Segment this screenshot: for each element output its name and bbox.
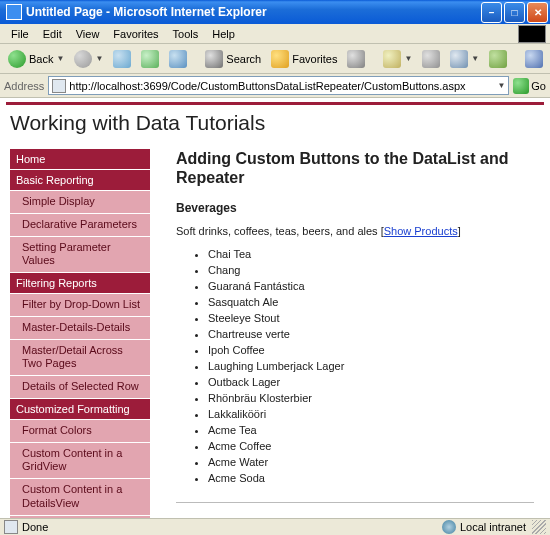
forward-icon bbox=[74, 50, 92, 68]
product-list-item: Acme Coffee bbox=[208, 439, 534, 455]
address-dropdown-icon[interactable]: ▼ bbox=[497, 81, 505, 90]
desc-text: Soft drinks, coffees, teas, beers, and a… bbox=[176, 225, 384, 237]
menu-view[interactable]: View bbox=[69, 26, 107, 42]
window-title: Untitled Page - Microsoft Internet Explo… bbox=[26, 5, 267, 19]
product-list-item: Rhönbräu Klosterbier bbox=[208, 391, 534, 407]
edit-dropdown-icon[interactable]: ▼ bbox=[471, 54, 479, 63]
sidebar-item[interactable]: Format Colors bbox=[10, 420, 150, 442]
close-button[interactable]: ✕ bbox=[527, 2, 548, 23]
back-label: Back bbox=[29, 53, 53, 65]
sidebar-item[interactable]: Details of Selected Row bbox=[10, 376, 150, 398]
favorites-icon bbox=[271, 50, 289, 68]
sidebar-item[interactable]: Declarative Parameters bbox=[10, 214, 150, 236]
print-button[interactable] bbox=[418, 48, 444, 70]
print-icon bbox=[422, 50, 440, 68]
sidebar-item[interactable]: Custom Content in a GridView bbox=[10, 443, 150, 479]
menu-help[interactable]: Help bbox=[205, 26, 242, 42]
address-input[interactable] bbox=[69, 80, 494, 92]
messenger-icon bbox=[489, 50, 507, 68]
titlebar: Untitled Page - Microsoft Internet Explo… bbox=[0, 0, 550, 24]
back-button[interactable]: Back▼ bbox=[4, 48, 68, 70]
sidebar-category[interactable]: Basic Reporting bbox=[10, 170, 150, 190]
sidebar-nav: HomeBasic ReportingSimple DisplayDeclara… bbox=[10, 149, 150, 518]
minimize-button[interactable]: – bbox=[481, 2, 502, 23]
sidebar-item[interactable]: Master-Details-Details bbox=[10, 317, 150, 339]
sidebar-category[interactable]: Customized Formatting bbox=[10, 399, 150, 419]
page-viewport: Working with Data Tutorials HomeBasic Re… bbox=[0, 98, 550, 518]
search-icon bbox=[205, 50, 223, 68]
favorites-button[interactable]: Favorites bbox=[267, 48, 341, 70]
product-list-item: Acme Soda bbox=[208, 471, 534, 487]
menu-tools[interactable]: Tools bbox=[166, 26, 206, 42]
status-page-icon bbox=[4, 520, 18, 534]
product-list-item: Sasquatch Ale bbox=[208, 295, 534, 311]
ie-throbber-icon bbox=[518, 25, 546, 43]
menu-favorites[interactable]: Favorites bbox=[106, 26, 165, 42]
product-list-item: Guaraná Fantástica bbox=[208, 279, 534, 295]
home-button[interactable] bbox=[165, 48, 191, 70]
toolbar: Back▼ ▼ Search Favorites ▼ ▼ bbox=[0, 44, 550, 74]
sidebar-item[interactable]: Filter by Drop-Down List bbox=[10, 294, 150, 316]
site-title: Working with Data Tutorials bbox=[0, 105, 550, 149]
messenger-button[interactable] bbox=[485, 48, 511, 70]
article-title: Adding Custom Buttons to the DataList an… bbox=[176, 149, 534, 187]
product-list-item: Acme Water bbox=[208, 455, 534, 471]
main-content: Adding Custom Buttons to the DataList an… bbox=[150, 149, 540, 518]
page-icon bbox=[52, 79, 66, 93]
show-products-link[interactable]: Show Products bbox=[384, 225, 458, 237]
product-list-item: Acme Tea bbox=[208, 423, 534, 439]
product-list-item: Laughing Lumberjack Lager bbox=[208, 359, 534, 375]
section-divider bbox=[176, 502, 534, 503]
sidebar-item[interactable]: Simple Display bbox=[10, 191, 150, 213]
go-button[interactable]: Go bbox=[513, 78, 546, 94]
sidebar-item[interactable]: Master/Detail Across Two Pages bbox=[10, 340, 150, 376]
resize-grip[interactable] bbox=[532, 520, 546, 534]
status-bar: Done Local intranet bbox=[0, 518, 550, 535]
search-button[interactable]: Search bbox=[201, 48, 265, 70]
go-icon bbox=[513, 78, 529, 94]
section-desc-beverages: Soft drinks, coffees, teas, beers, and a… bbox=[176, 225, 534, 237]
zone-icon bbox=[442, 520, 456, 534]
menubar: File Edit View Favorites Tools Help bbox=[0, 24, 550, 44]
history-button[interactable] bbox=[343, 48, 369, 70]
product-list-item: Chartreuse verte bbox=[208, 327, 534, 343]
product-list-item: Chang bbox=[208, 263, 534, 279]
address-field[interactable]: ▼ bbox=[48, 76, 509, 95]
home-icon bbox=[169, 50, 187, 68]
back-icon bbox=[8, 50, 26, 68]
zone-text: Local intranet bbox=[460, 521, 526, 533]
menu-file[interactable]: File bbox=[4, 26, 36, 42]
stop-icon bbox=[113, 50, 131, 68]
product-list-beverages: Chai TeaChangGuaraná FantásticaSasquatch… bbox=[208, 247, 534, 486]
section-heading-beverages: Beverages bbox=[176, 201, 534, 215]
sidebar-category[interactable]: Home bbox=[10, 149, 150, 169]
product-list-item: Lakkalikööri bbox=[208, 407, 534, 423]
sidebar-item[interactable]: Setting Parameter Values bbox=[10, 237, 150, 273]
product-list-item: Ipoh Coffee bbox=[208, 343, 534, 359]
ie-app-icon bbox=[6, 4, 22, 20]
edit-button[interactable]: ▼ bbox=[446, 48, 483, 70]
refresh-button[interactable] bbox=[137, 48, 163, 70]
history-icon bbox=[347, 50, 365, 68]
stop-button[interactable] bbox=[109, 48, 135, 70]
back-dropdown-icon[interactable]: ▼ bbox=[56, 54, 64, 63]
refresh-icon bbox=[141, 50, 159, 68]
address-label: Address bbox=[4, 80, 44, 92]
extra-button-1[interactable] bbox=[521, 48, 547, 70]
go-label: Go bbox=[531, 80, 546, 92]
mail-button[interactable]: ▼ bbox=[379, 48, 416, 70]
forward-button[interactable]: ▼ bbox=[70, 48, 107, 70]
maximize-button[interactable]: □ bbox=[504, 2, 525, 23]
product-list-item: Outback Lager bbox=[208, 375, 534, 391]
sidebar-item[interactable]: Custom Content in a DetailsView bbox=[10, 479, 150, 515]
address-bar: Address ▼ Go bbox=[0, 74, 550, 98]
mail-icon bbox=[383, 50, 401, 68]
mail-dropdown-icon[interactable]: ▼ bbox=[404, 54, 412, 63]
edit-icon bbox=[450, 50, 468, 68]
sidebar-category[interactable]: Filtering Reports bbox=[10, 273, 150, 293]
status-text: Done bbox=[22, 521, 48, 533]
search-label: Search bbox=[226, 53, 261, 65]
menu-edit[interactable]: Edit bbox=[36, 26, 69, 42]
forward-dropdown-icon[interactable]: ▼ bbox=[95, 54, 103, 63]
product-list-item: Chai Tea bbox=[208, 247, 534, 263]
